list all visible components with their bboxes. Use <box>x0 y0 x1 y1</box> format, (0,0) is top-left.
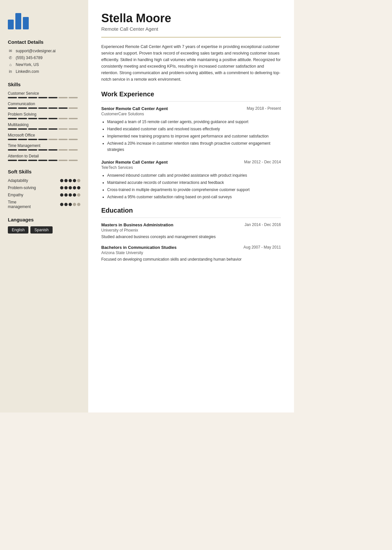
contact-text: NewYork, US <box>16 62 39 67</box>
skill-segment <box>69 118 78 119</box>
header-divider <box>101 37 281 38</box>
sidebar: Contact Details ✉support@cvdesigner.ai✆(… <box>0 0 88 412</box>
job-bullet: Achieved a 20% increase in customer rete… <box>107 140 281 153</box>
education-title: Education <box>101 207 281 214</box>
skill-segment <box>28 149 37 151</box>
contact-item-location: ⌂NewYork, US <box>8 62 80 67</box>
dot <box>73 186 76 189</box>
dots-container <box>60 179 80 182</box>
soft-skills-section: Soft Skills AdaptabilityProblem-solvingE… <box>8 169 80 209</box>
skill-bar <box>8 118 80 119</box>
job-bullets: Answered inbound customer calls and prov… <box>101 172 281 201</box>
main-content: Stella Moore Remote Call Center Agent Ex… <box>88 0 294 412</box>
job-entry: Junior Remote Call Center Agent Mar 2012… <box>101 160 281 201</box>
edu-date: Aug 2007 - May 2011 <box>243 245 281 250</box>
skills-title: Skills <box>8 82 80 87</box>
skill-segment <box>8 139 17 140</box>
language-tags: EnglishSpanish <box>8 226 80 234</box>
job-bullet: Managed a team of 15 remote call center … <box>107 119 281 125</box>
job-date: Mar 2012 - Dec 2014 <box>244 160 281 164</box>
skill-segment <box>58 149 68 151</box>
job-title: Junior Remote Call Center Agent <box>101 160 168 165</box>
contact-title: Contact Details <box>8 39 80 45</box>
dots-container <box>60 186 80 189</box>
contact-item-email: ✉support@cvdesigner.ai <box>8 49 80 53</box>
dot <box>77 203 80 206</box>
skill-name: Microsoft Office <box>8 133 80 138</box>
education-entry: Masters in Business Administration Jan 2… <box>101 222 281 240</box>
dot <box>69 179 72 182</box>
dots-container <box>60 203 80 206</box>
dot <box>64 186 68 189</box>
skill-segment <box>58 118 68 119</box>
job-bullet: Achieved a 95% customer satisfaction rat… <box>107 194 281 200</box>
skill-segment <box>38 128 47 130</box>
contact-text: (555) 345-6789 <box>16 56 42 60</box>
skill-segment <box>8 107 17 109</box>
edu-degree: Masters in Business Administration <box>101 222 173 227</box>
education-entry: Bachelors in Communication Studies Aug 2… <box>101 245 281 262</box>
skill-bar <box>8 149 80 151</box>
skill-segment <box>38 149 47 151</box>
dot <box>69 203 72 206</box>
contact-item-linkedin: inLinkedIn.com <box>8 69 80 74</box>
summary-text: Experienced Remote Call Center Agent wit… <box>101 43 281 83</box>
dot <box>69 186 72 189</box>
soft-skill-item: Time management <box>8 200 80 209</box>
dot <box>64 179 68 182</box>
skill-segment <box>69 107 78 109</box>
skill-segment <box>28 139 37 140</box>
skill-segment <box>8 97 17 98</box>
job-entry: Senior Remote Call Center Agent May 2018… <box>101 106 281 153</box>
skill-segment <box>58 97 68 98</box>
skills-section: Skills Customer ServiceCommunicationProb… <box>8 82 80 161</box>
skill-segment <box>48 160 57 161</box>
dot <box>73 179 76 182</box>
work-divider <box>101 101 281 102</box>
skill-segment <box>58 107 68 109</box>
languages-section: Languages EnglishSpanish <box>8 217 80 234</box>
skill-segment <box>38 139 47 140</box>
skill-segment <box>18 160 27 161</box>
skill-name: Communication <box>8 102 80 106</box>
soft-skill-item: Problem-solving <box>8 186 80 190</box>
dot <box>69 193 72 197</box>
job-bullet: Answered inbound customer calls and prov… <box>107 172 281 179</box>
candidate-title: Remote Call Center Agent <box>101 26 281 32</box>
skill-segment <box>48 118 57 119</box>
skill-segment <box>8 149 17 151</box>
job-company: TeleTech Services <box>101 165 281 170</box>
languages-title: Languages <box>8 217 80 222</box>
dot <box>64 193 68 197</box>
skill-segment <box>69 139 78 140</box>
skill-segment <box>18 139 27 140</box>
job-bullets: Managed a team of 15 remote call center … <box>101 119 281 153</box>
job-bullet: Handled escalated customer calls and res… <box>107 126 281 132</box>
edu-school: Arizona State University <box>101 251 281 255</box>
linkedin-icon: in <box>8 69 13 74</box>
skill-name: Multitasking <box>8 122 80 127</box>
skill-segment <box>28 107 37 109</box>
edu-desc: Studied advanced business concepts and m… <box>101 234 281 240</box>
skill-segment <box>58 160 68 161</box>
dot <box>60 179 63 182</box>
contact-text: LinkedIn.com <box>16 69 39 74</box>
job-bullet: Cross-trained in multiple departments to… <box>107 187 281 193</box>
skill-bar <box>8 128 80 130</box>
skill-segment <box>38 107 47 109</box>
skill-segment <box>28 118 37 119</box>
skill-name: Attention to Detail <box>8 154 80 158</box>
job-header: Senior Remote Call Center Agent May 2018… <box>101 106 281 111</box>
skill-item: Microsoft Office <box>8 133 80 140</box>
skill-bar <box>8 139 80 140</box>
dot <box>64 203 68 206</box>
dot <box>77 186 80 189</box>
logo-bar-1 <box>8 20 14 29</box>
skill-segment <box>58 139 68 140</box>
skill-segment <box>38 118 47 119</box>
skill-bar <box>8 97 80 98</box>
skill-bar <box>8 160 80 161</box>
dot <box>60 193 63 197</box>
skill-segment <box>28 160 37 161</box>
soft-skills-title: Soft Skills <box>8 169 80 174</box>
